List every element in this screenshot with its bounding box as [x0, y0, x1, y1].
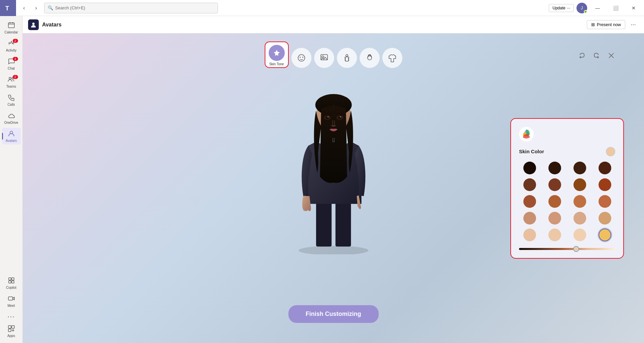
close-button[interactable]: ✕	[626, 3, 641, 13]
color-dot-11[interactable]	[573, 195, 586, 208]
avatars-icon	[8, 130, 15, 138]
face-tool[interactable]	[291, 48, 311, 68]
skin-tone-tool[interactable]: Skin Tone	[265, 41, 289, 68]
skin-tone-icon	[269, 45, 285, 61]
svg-point-27	[368, 56, 372, 60]
svg-rect-1	[8, 23, 14, 28]
color-dot-7[interactable]	[573, 178, 586, 191]
teams-badge: 2	[13, 75, 18, 79]
svg-point-21	[302, 57, 303, 58]
sidebar-calls-label: Calls	[7, 103, 15, 106]
color-dot-3[interactable]	[573, 162, 586, 174]
sidebar-item-calendar[interactable]: Calendar	[2, 19, 21, 36]
sidebar-teams-label: Teams	[6, 85, 16, 88]
search-bar[interactable]: 🔍 Search (Ctrl+E)	[44, 3, 218, 13]
calls-icon	[8, 94, 15, 102]
sidebar-more-button[interactable]: ···	[2, 310, 21, 322]
present-icon: ⊞	[591, 22, 595, 27]
search-placeholder: Search (Ctrl+E)	[55, 5, 85, 10]
toolbar-controls	[576, 50, 617, 62]
sidebar-avatars-label: Avatars	[6, 139, 17, 143]
color-dot-18[interactable]	[548, 229, 561, 241]
color-dot-16[interactable]	[599, 212, 611, 225]
online-status-dot	[584, 10, 587, 13]
svg-rect-9	[12, 278, 14, 280]
avatar-figure	[263, 54, 404, 261]
svg-rect-11	[12, 281, 14, 283]
svg-point-44	[340, 116, 341, 117]
color-dot-4[interactable]	[599, 162, 611, 174]
color-dot-15[interactable]	[573, 212, 586, 225]
svg-point-5	[9, 77, 11, 79]
svg-rect-15	[8, 329, 11, 332]
main-area: Avatars ⊞ Present now ··· Skin Tone	[23, 16, 644, 343]
sidebar-item-teams[interactable]: 2 Teams	[2, 74, 21, 90]
svg-rect-14	[12, 326, 14, 328]
sidebar-item-copilot[interactable]: Copilot	[2, 275, 21, 291]
body-tool[interactable]	[337, 48, 357, 68]
skin-tone-slider-row	[519, 248, 615, 250]
color-dot-12[interactable]	[599, 195, 611, 208]
skin-color-panel: Skin Color	[510, 118, 624, 259]
svg-point-40	[327, 116, 329, 117]
color-dot-8[interactable]	[599, 178, 611, 191]
color-dot-6[interactable]	[548, 178, 561, 191]
skin-color-title: Skin Color	[519, 149, 544, 154]
header-more-button[interactable]: ···	[628, 19, 639, 30]
update-button[interactable]: Update ···	[549, 4, 574, 12]
selected-color-preview	[606, 147, 615, 156]
sidebar-item-onedrive[interactable]: OneDrive	[2, 110, 21, 126]
user-avatar[interactable]: J	[576, 3, 587, 13]
color-dot-14[interactable]	[548, 212, 561, 225]
more-dots-icon: ···	[7, 313, 15, 320]
minimize-button[interactable]: —	[590, 3, 605, 13]
sidebar-item-meet[interactable]: Meet	[2, 293, 21, 310]
present-now-button[interactable]: ⊞ Present now	[587, 20, 625, 29]
search-icon: 🔍	[48, 5, 53, 10]
svg-rect-12	[8, 297, 13, 300]
skin-tone-slider[interactable]	[519, 248, 615, 250]
meet-icon	[8, 295, 15, 303]
head-tool[interactable]	[314, 48, 334, 68]
color-dot-9[interactable]	[523, 195, 536, 208]
color-dot-5[interactable]	[523, 178, 536, 191]
color-dot-10[interactable]	[548, 195, 561, 208]
sidebar-item-apps[interactable]: Apps	[2, 323, 21, 340]
sidebar-onedrive-label: OneDrive	[4, 121, 18, 124]
outfit-tool[interactable]	[382, 48, 402, 68]
sidebar-item-activity[interactable]: 2 Activity	[2, 37, 21, 54]
sidebar-copilot-label: Copilot	[6, 286, 16, 289]
svg-text:T: T	[5, 5, 9, 12]
maximize-button[interactable]: ⬜	[608, 3, 623, 13]
close-customization-button[interactable]	[605, 50, 617, 62]
color-dot-20[interactable]	[599, 229, 611, 241]
sidebar-chat-label: Chat	[8, 67, 15, 70]
sidebar-meet-label: Meet	[7, 304, 15, 308]
sidebar-item-avatars[interactable]: Avatars	[2, 128, 21, 145]
sidebar-item-calls[interactable]: Calls	[2, 92, 21, 108]
sidebar-calendar-label: Calendar	[4, 30, 18, 34]
svg-point-19	[298, 55, 305, 61]
forward-button[interactable]: ›	[31, 3, 41, 13]
chat-badge: 4	[13, 57, 18, 61]
sidebar-item-chat[interactable]: 4 Chat	[2, 56, 21, 72]
hair-tool[interactable]	[360, 48, 380, 68]
color-dot-17[interactable]	[523, 229, 536, 241]
titlebar-right: Update ··· J — ⬜ ✕	[549, 3, 644, 13]
active-indicator	[2, 133, 3, 140]
avatars-app-icon	[28, 19, 39, 30]
undo-button[interactable]	[576, 50, 588, 62]
color-dot-13[interactable]	[523, 212, 536, 225]
color-dot-1[interactable]	[523, 162, 536, 174]
back-button[interactable]: ‹	[19, 3, 29, 13]
redo-button[interactable]	[591, 50, 603, 62]
svg-rect-32	[335, 200, 351, 247]
color-dot-2[interactable]	[548, 162, 561, 174]
avatar-svg	[270, 60, 397, 254]
customization-toolbar: Skin Tone	[265, 41, 402, 68]
titlebar: T ‹ › 🔍 Search (Ctrl+E) Update ··· J — ⬜…	[0, 0, 644, 16]
svg-rect-8	[9, 278, 11, 280]
color-dot-19[interactable]	[573, 229, 586, 241]
avatar-workspace: Skin Tone	[23, 33, 644, 343]
finish-customizing-button[interactable]: Finish Customizing	[288, 305, 379, 323]
